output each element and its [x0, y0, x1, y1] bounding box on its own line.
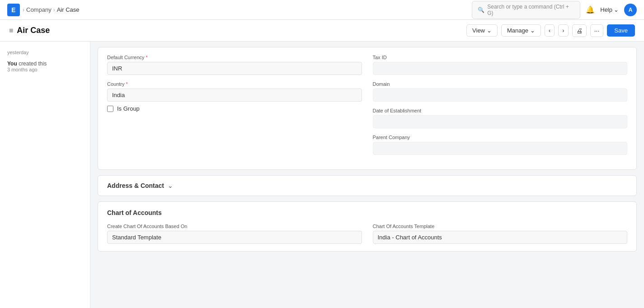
chart-of-accounts-title: Chart of Accounts	[107, 209, 627, 216]
page-actions: View ⌄ Manage ⌄ ‹ › 🖨 ··· Save	[466, 24, 635, 37]
save-button[interactable]: Save	[607, 24, 635, 37]
nav-right: 🔍 Search or type a command (Ctrl + G) 🔔 …	[472, 1, 637, 19]
chart-template-input[interactable]	[373, 231, 628, 244]
notifications-button[interactable]: 🔔	[586, 5, 595, 14]
country-input[interactable]	[107, 89, 362, 102]
address-contact-chevron-icon: ⌄	[168, 182, 173, 189]
manage-label: Manage	[507, 27, 528, 34]
default-currency-input[interactable]	[107, 62, 362, 75]
help-chevron-icon: ⌄	[614, 6, 619, 13]
domain-label: Domain	[373, 81, 628, 87]
date-of-establishment-input[interactable]	[373, 115, 628, 128]
help-label: Help	[600, 6, 612, 13]
search-placeholder: Search or type a command (Ctrl + G)	[487, 4, 574, 16]
country-label: Country *	[107, 81, 362, 87]
address-contact-section[interactable]: Address & Contact ⌄	[98, 175, 637, 196]
app-logo: E	[7, 4, 20, 16]
form-section-card: Default Currency * Country * Is Group	[98, 47, 637, 170]
sidebar-timestamp: yesterday	[7, 50, 83, 55]
nav-next-button[interactable]: ›	[558, 24, 568, 37]
more-icon: ···	[594, 27, 600, 34]
view-label: View	[472, 27, 485, 34]
tax-id-label: Tax ID	[373, 55, 628, 60]
page-title: Air Case	[17, 26, 50, 35]
sidebar-timestamp-entry: yesterday	[0, 47, 90, 58]
search-bar[interactable]: 🔍 Search or type a command (Ctrl + G)	[472, 1, 580, 19]
form-col-right: Tax ID Domain Date of Establishment Pare…	[373, 55, 628, 155]
breadcrumb: › Company › Air Case	[23, 6, 80, 13]
domain-input[interactable]	[373, 89, 628, 102]
manage-chevron-icon: ⌄	[530, 27, 535, 34]
page-header: ≡ Air Case View ⌄ Manage ⌄ ‹ › 🖨 ··· Sav…	[0, 20, 644, 42]
view-button[interactable]: View ⌄	[466, 24, 498, 37]
required-star-currency: *	[146, 55, 148, 60]
sidebar: yesterday You created this 3 months ago	[0, 42, 90, 308]
create-chart-label: Create Chart Of Accounts Based On	[107, 224, 362, 229]
breadcrumb-current: Air Case	[57, 6, 80, 13]
main-layout: yesterday You created this 3 months ago …	[0, 42, 644, 308]
breadcrumb-chevron-1: ›	[23, 7, 24, 13]
chart-create-col: Create Chart Of Accounts Based On	[107, 224, 362, 244]
more-button[interactable]: ···	[590, 24, 604, 37]
nav-prev-button[interactable]: ‹	[545, 24, 555, 37]
is-group-label[interactable]: Is Group	[117, 105, 140, 112]
is-group-row: Is Group	[107, 105, 362, 112]
avatar[interactable]: A	[624, 4, 637, 16]
sidebar-created-text: You created this	[7, 61, 83, 67]
nav-left: E › Company › Air Case	[7, 4, 80, 16]
form-row-1: Default Currency * Country * Is Group	[107, 55, 627, 155]
address-contact-title: Address & Contact	[107, 182, 164, 189]
date-of-establishment-label: Date of Establishment	[373, 108, 628, 113]
breadcrumb-company[interactable]: Company	[26, 6, 52, 13]
sidebar-months-ago: 3 months ago	[7, 67, 83, 72]
sidebar-created-you: You	[7, 61, 17, 67]
chart-form-row: Create Chart Of Accounts Based On Chart …	[107, 224, 627, 244]
parent-company-label: Parent Company	[373, 135, 628, 140]
sidebar-toggle-icon[interactable]: ≡	[9, 27, 13, 35]
main-content: Default Currency * Country * Is Group	[90, 42, 644, 308]
is-group-checkbox[interactable]	[107, 106, 113, 112]
default-currency-label: Default Currency *	[107, 55, 362, 60]
chart-template-label: Chart Of Accounts Template	[373, 224, 628, 229]
sidebar-created-entry: You created this 3 months ago	[0, 58, 90, 75]
manage-button[interactable]: Manage ⌄	[501, 24, 541, 37]
page-title-area: ≡ Air Case	[9, 26, 50, 35]
top-nav: E › Company › Air Case 🔍 Search or type …	[0, 0, 644, 20]
create-chart-input[interactable]	[107, 231, 362, 244]
view-chevron-icon: ⌄	[487, 27, 492, 34]
breadcrumb-chevron-2: ›	[53, 7, 55, 13]
help-button[interactable]: Help ⌄	[600, 6, 619, 13]
sidebar-created-rest: created this	[19, 61, 47, 67]
chart-template-col: Chart Of Accounts Template	[373, 224, 628, 244]
print-button[interactable]: 🖨	[572, 24, 587, 37]
search-icon: 🔍	[478, 7, 484, 13]
print-icon: 🖨	[576, 27, 583, 34]
parent-company-input[interactable]	[373, 142, 628, 155]
tax-id-input[interactable]	[373, 62, 628, 75]
required-star-country: *	[126, 81, 128, 87]
chart-of-accounts-section: Chart of Accounts Create Chart Of Accoun…	[98, 201, 637, 252]
form-col-left: Default Currency * Country * Is Group	[107, 55, 362, 155]
